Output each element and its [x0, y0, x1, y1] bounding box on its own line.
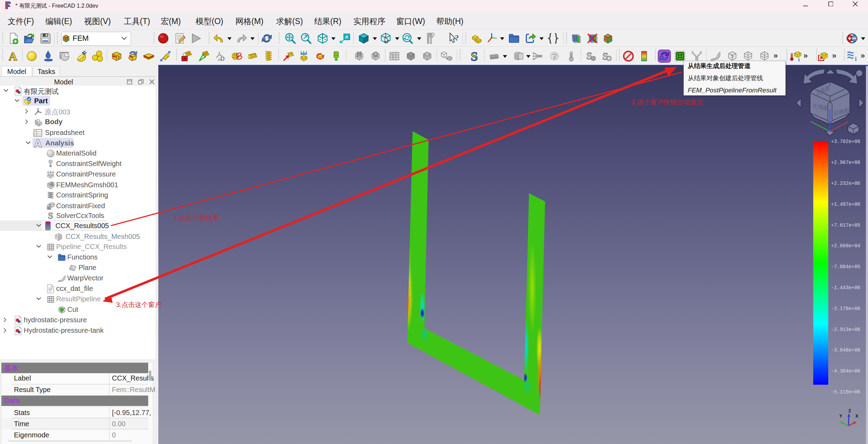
svg-text:X: X	[855, 414, 858, 419]
svg-text:S: S	[586, 50, 592, 61]
svg-text:i: i	[855, 55, 857, 62]
svg-text:T: T	[118, 56, 120, 60]
svg-text:Z: Z	[848, 408, 851, 413]
svg-text:N: N	[357, 51, 362, 58]
svg-text:Y: Y	[839, 414, 842, 419]
svg-text:S: S	[731, 53, 734, 59]
svg-text:S: S	[48, 211, 53, 220]
svg-text:G: G	[373, 51, 378, 58]
svg-text:A: A	[9, 50, 17, 62]
svg-text:D: D	[220, 55, 225, 62]
svg-text:i: i	[798, 57, 800, 62]
svg-text:S: S	[471, 50, 478, 62]
svg-text:?: ?	[455, 33, 459, 42]
